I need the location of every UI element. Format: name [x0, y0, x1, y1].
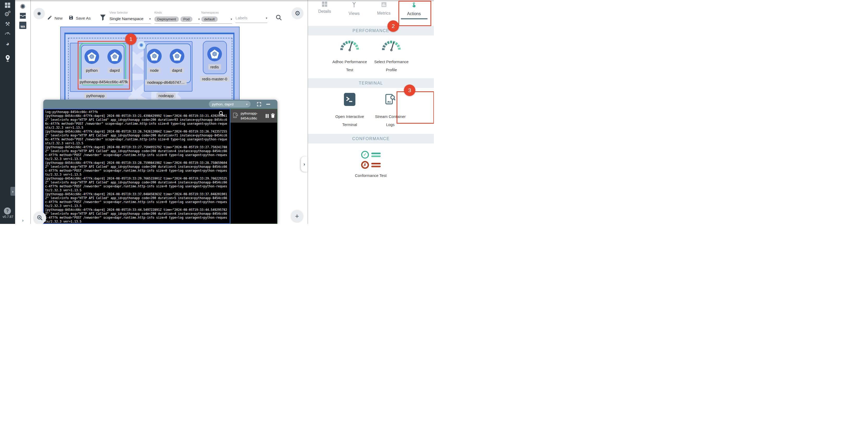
container-log-text: log:pythonapp-8454cc66c-4f7fk [pythonapp…	[44, 109, 230, 224]
filter-funnel-icon[interactable]	[100, 14, 106, 22]
stream-logs-icon	[384, 93, 396, 109]
secondary-sidebar: ✺ WA ›	[15, 0, 31, 224]
wasm-badge-icon[interactable]: WA	[15, 22, 31, 29]
action-adhoc-performance-test[interactable]: Adhoc Performance Test	[329, 39, 370, 74]
dashboard-grid-icon[interactable]	[0, 3, 15, 8]
view-selector-value: Single Namespace	[110, 17, 144, 21]
panel-collapse-pill[interactable]: ›	[301, 156, 308, 172]
deployment-label-pythonapp: pythonapp	[84, 93, 106, 98]
app-version: v0.7.87	[3, 215, 13, 219]
settings-gears-icon[interactable]: ⚙⚙	[0, 11, 15, 18]
conformance-pass-fail-icon: ✓ ✗	[361, 151, 381, 169]
kinds-label: Kinds	[154, 11, 200, 14]
fullscreen-icon[interactable]	[256, 102, 261, 107]
trash-icon[interactable]	[271, 113, 275, 119]
left-sidebar: ⚙⚙ ⚒ ◕ › ? v0.7.87	[0, 0, 15, 224]
search-icon[interactable]	[275, 14, 282, 22]
labels-field[interactable]: Labels ▾	[236, 16, 267, 23]
panel-divider	[308, 0, 308, 224]
new-button[interactable]: New	[47, 15, 63, 21]
action-select-performance-profile[interactable]: Select Performance Profile	[371, 39, 412, 74]
spinner-menu-button[interactable]: ✺	[33, 8, 45, 19]
terminal-window: python, daprd ▾ log:pythonapp-8454cc66c-…	[43, 100, 277, 224]
pause-stream-icon[interactable]	[266, 114, 269, 118]
inbox-archive-icon[interactable]	[15, 12, 31, 19]
section-header-performance: PERFORMANCE	[308, 26, 434, 35]
sidebar-expand-button[interactable]: ›	[10, 187, 15, 196]
pie-mosaic-icon[interactable]: ◕	[0, 40, 15, 47]
tab-metrics[interactable]: Metrics	[369, 2, 398, 18]
loading-spinner-icon: ✺	[137, 41, 146, 50]
chevron-down-icon: ▾	[266, 17, 267, 20]
tools-icon[interactable]: ⚒	[0, 21, 15, 27]
annotation-badge-3: 3	[404, 85, 415, 96]
namespaces-label: Namespaces	[201, 11, 232, 14]
magnifier-plus-icon	[36, 214, 43, 221]
container-selector-dropdown[interactable]: python, daprd ▾	[209, 101, 251, 108]
panel-expand-chevron[interactable]: ›	[15, 218, 31, 223]
add-button[interactable]: +	[291, 210, 303, 222]
chevron-right-icon: ›	[304, 161, 305, 167]
terminal-header[interactable]: python, daprd ▾	[43, 100, 277, 109]
action-open-interactive-terminal[interactable]: Open Interactive Terminal	[329, 93, 370, 129]
namespaces-field[interactable]: Namespaces default ▾	[201, 11, 232, 24]
container-redis-icon[interactable]: ☸	[207, 47, 222, 61]
plus-icon: +	[295, 212, 299, 220]
view-selector-label: View Selector	[110, 11, 151, 14]
gear-icon: ⚙	[294, 10, 300, 17]
help-button[interactable]: ?	[4, 207, 11, 214]
chevron-down-icon: ▾	[198, 18, 200, 21]
pinwheel-logo-icon[interactable]: ✺	[15, 3, 31, 11]
pod-label-redis: redis-master-0	[200, 76, 229, 82]
action-conformance-test[interactable]: ✓ ✗ Conformance Test	[345, 151, 397, 180]
section-header-conformance: CONFORMANCE	[308, 134, 434, 144]
zoom-button[interactable]	[34, 212, 46, 224]
save-as-label: Save As	[76, 16, 91, 21]
kinds-field[interactable]: Kinds Deployment Pod ▾	[154, 11, 200, 24]
kubernetes-wheel-icon: ☸	[212, 51, 217, 57]
floppy-save-icon	[69, 15, 73, 21]
namespace-chip-default[interactable]: default	[201, 17, 218, 22]
container-selector-value: python, daprd	[212, 102, 234, 106]
container-label-redis: redis	[208, 64, 221, 70]
container-label-daprd2: daprd	[170, 67, 184, 73]
view-selector-field[interactable]: View Selector Single Namespace ▾	[110, 11, 151, 24]
stream-pod-name: pythonapp- 8454cc66c	[241, 111, 264, 121]
chevron-down-icon: ▾	[149, 17, 151, 21]
pinwheel-icon: ✺	[37, 11, 41, 17]
log-stream-item[interactable]: pythonapp- 8454cc66c	[230, 109, 277, 123]
annotation-badge-2: 2	[388, 20, 399, 32]
deployment-label-nodeapp: nodeapp	[156, 93, 176, 98]
annotation-badge-1: 1	[125, 33, 136, 45]
log-pane[interactable]: log:pythonapp-8454cc66c-4f7fk [pythonapp…	[43, 109, 230, 224]
section-header-terminal: TERMINAL	[308, 78, 434, 88]
details-grid-icon	[322, 2, 327, 7]
labels-placeholder: Labels	[236, 16, 247, 20]
log-streams-pane: pythonapp- 8454cc66c	[230, 109, 277, 224]
chevron-right-icon: ›	[12, 189, 13, 193]
kind-chip-pod[interactable]: Pod	[180, 17, 192, 22]
container-label-node: node	[148, 67, 161, 73]
container-daprd2-icon[interactable]: ☸	[170, 49, 184, 63]
pod-label-nodeapp: nodeapp-d64b5747...	[145, 80, 187, 85]
metrics-bars-icon	[381, 2, 387, 9]
annotation-rect-3	[397, 91, 434, 124]
stream-logs-icon	[232, 112, 239, 120]
views-branch-icon	[351, 2, 357, 9]
gauge-icon[interactable]	[0, 31, 15, 35]
settings-gear-button[interactable]: ⚙	[291, 7, 304, 19]
annotation-rect-2	[398, 1, 431, 26]
gauge-icon	[381, 39, 402, 54]
save-as-button[interactable]: Save As	[69, 15, 91, 21]
minimize-icon[interactable]	[266, 104, 270, 104]
kind-chip-deployment[interactable]: Deployment	[154, 17, 179, 22]
location-pin-icon[interactable]	[0, 55, 15, 62]
kubernetes-wheel-icon: ☸	[174, 53, 180, 59]
pencil-icon	[47, 15, 52, 21]
container-node-icon[interactable]: ☸	[147, 49, 162, 63]
tab-views[interactable]: Views	[340, 2, 368, 18]
tab-details[interactable]: Details	[310, 2, 339, 18]
new-label: New	[55, 16, 63, 21]
kubernetes-wheel-icon: ☸	[152, 53, 157, 59]
app-root: ⚙⚙ ⚒ ◕ › ? v0.7.87 ✺ WA › ✺ New Save As …	[0, 0, 434, 224]
